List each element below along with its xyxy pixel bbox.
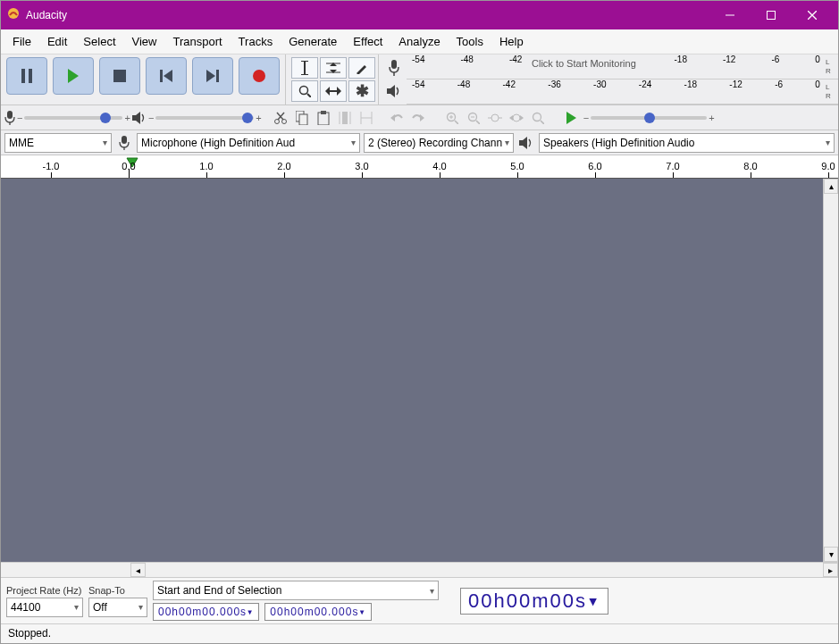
play-button[interactable] bbox=[53, 57, 94, 95]
svg-rect-38 bbox=[318, 113, 329, 125]
menu-tools[interactable]: Tools bbox=[449, 31, 491, 52]
menu-help[interactable]: Help bbox=[491, 31, 532, 52]
recording-meter[interactable]: -54 -48 -42 - - - -18 -12 -6 0 Click to … bbox=[407, 54, 838, 79]
zoom-in-button[interactable] bbox=[442, 108, 462, 128]
recording-channels-combo[interactable]: 2 (Stereo) Recording Chann▾ bbox=[364, 133, 514, 153]
audio-position-timecode[interactable]: 00h00m00s▾ bbox=[460, 588, 608, 615]
fit-project-button[interactable] bbox=[507, 108, 526, 128]
svg-rect-5 bbox=[21, 69, 25, 83]
snap-to-combo[interactable]: Off▾ bbox=[88, 598, 147, 617]
app-logo-icon bbox=[6, 6, 26, 24]
svg-rect-40 bbox=[342, 112, 348, 124]
silence-button[interactable] bbox=[357, 108, 376, 128]
svg-marker-46 bbox=[390, 114, 395, 121]
menu-generate[interactable]: Generate bbox=[281, 31, 345, 52]
zoom-out-button[interactable] bbox=[464, 108, 483, 128]
svg-marker-7 bbox=[68, 69, 79, 83]
maximize-button[interactable] bbox=[751, 1, 792, 29]
chevron-down-icon: ▾ bbox=[74, 602, 79, 612]
selection-tool[interactable] bbox=[291, 57, 318, 79]
menu-transport[interactable]: Transport bbox=[164, 31, 230, 52]
menu-file[interactable]: File bbox=[4, 31, 39, 52]
chevron-down-icon: ▾ bbox=[351, 138, 356, 147]
zoom-tool[interactable] bbox=[291, 80, 318, 102]
stop-button[interactable] bbox=[99, 57, 140, 95]
playback-volume-slider[interactable] bbox=[155, 116, 254, 120]
svg-marker-60 bbox=[520, 115, 524, 121]
chevron-down-icon: ▾ bbox=[138, 602, 143, 612]
recording-device-combo[interactable]: Microphone (High Definition Aud▾ bbox=[137, 133, 360, 153]
menu-tracks[interactable]: Tracks bbox=[231, 31, 281, 52]
playback-meter[interactable]: -54 -48 -42 -36 -30 -24 -18 -12 -6 0 LR bbox=[407, 79, 838, 105]
menu-select[interactable]: Select bbox=[75, 31, 123, 52]
scroll-right-icon[interactable]: ▸ bbox=[823, 563, 838, 577]
transport-toolbar bbox=[1, 54, 285, 105]
play-at-speed-button[interactable] bbox=[562, 108, 582, 128]
meter-lr-label: LR bbox=[826, 58, 838, 76]
minimize-button[interactable] bbox=[709, 1, 751, 29]
play-meter-speaker-icon[interactable] bbox=[383, 80, 405, 102]
undo-button[interactable] bbox=[387, 108, 407, 128]
scroll-up-icon[interactable]: ▴ bbox=[824, 179, 838, 194]
trim-button[interactable] bbox=[335, 108, 355, 128]
selection-toolbar: Project Rate (Hz) 44100▾ Snap-To Off▾ St… bbox=[1, 577, 838, 623]
record-button[interactable] bbox=[239, 57, 280, 95]
mic-icon bbox=[115, 136, 133, 150]
selection-start-timecode[interactable]: 00h00m00.000s▾ bbox=[153, 603, 259, 621]
svg-rect-36 bbox=[296, 111, 304, 121]
redo-button[interactable] bbox=[408, 108, 428, 128]
svg-marker-63 bbox=[566, 112, 576, 124]
svg-rect-8 bbox=[113, 70, 126, 82]
scroll-down-icon[interactable]: ▾ bbox=[824, 547, 838, 562]
title-bar: Audacity bbox=[1, 1, 838, 29]
monitor-message[interactable]: Click to Start Monitoring bbox=[532, 58, 636, 69]
playback-speed-slider[interactable] bbox=[591, 116, 707, 120]
zoom-toggle-button[interactable] bbox=[528, 108, 548, 128]
draw-tool[interactable] bbox=[348, 57, 375, 79]
svg-line-54 bbox=[476, 121, 480, 124]
skip-end-button[interactable] bbox=[192, 57, 233, 95]
selection-mode-combo[interactable]: Start and End of Selection▾ bbox=[153, 581, 439, 600]
chevron-down-icon: ▾ bbox=[103, 138, 107, 147]
paste-button[interactable] bbox=[314, 108, 333, 128]
menu-edit[interactable]: Edit bbox=[39, 31, 75, 52]
menu-bar: File Edit Select View Transport Tracks G… bbox=[1, 29, 838, 54]
svg-marker-11 bbox=[206, 70, 215, 82]
meter-lr-label: LR bbox=[826, 83, 838, 101]
multi-tool[interactable]: ✱ bbox=[348, 80, 375, 102]
timeshift-tool[interactable] bbox=[320, 80, 347, 102]
selection-end-timecode[interactable]: 00h00m00.000s▾ bbox=[264, 603, 371, 621]
menu-effect[interactable]: Effect bbox=[345, 31, 390, 52]
svg-rect-29 bbox=[7, 111, 13, 119]
svg-marker-59 bbox=[509, 115, 513, 121]
cut-button[interactable] bbox=[271, 108, 290, 128]
svg-rect-12 bbox=[216, 70, 219, 82]
pause-button[interactable] bbox=[6, 57, 47, 95]
scroll-left-icon[interactable]: ◂ bbox=[130, 563, 146, 577]
audio-host-combo[interactable]: MME▾ bbox=[4, 133, 112, 153]
horizontal-scrollbar[interactable]: ◂ ▸ bbox=[1, 562, 838, 577]
svg-rect-6 bbox=[29, 69, 32, 83]
close-button[interactable] bbox=[792, 1, 833, 29]
chevron-down-icon: ▾ bbox=[430, 586, 434, 596]
fit-selection-button[interactable] bbox=[485, 108, 505, 128]
svg-point-55 bbox=[491, 114, 499, 121]
copy-button[interactable] bbox=[292, 108, 312, 128]
playback-device-combo[interactable]: Speakers (High Definition Audio▾ bbox=[539, 133, 835, 153]
envelope-tool[interactable] bbox=[320, 57, 347, 79]
status-bar: Stopped. bbox=[1, 623, 838, 643]
rec-meter-mic-icon[interactable] bbox=[383, 57, 405, 79]
vertical-scrollbar[interactable]: ▴ ▾ bbox=[823, 179, 838, 562]
recording-volume-slider[interactable] bbox=[24, 116, 122, 120]
skip-start-button[interactable] bbox=[146, 57, 187, 95]
speaker-icon bbox=[132, 112, 147, 124]
track-area[interactable]: ▴ ▾ bbox=[1, 179, 838, 562]
timeline-ruler[interactable]: -1.0 0.0 1.0 2.0 3.0 4.0 5.0 6.0 7.0 8.0… bbox=[1, 155, 838, 179]
svg-line-51 bbox=[455, 121, 458, 124]
svg-point-33 bbox=[281, 119, 286, 123]
mic-icon bbox=[4, 111, 15, 125]
svg-line-35 bbox=[277, 113, 283, 120]
menu-analyze[interactable]: Analyze bbox=[390, 31, 448, 52]
project-rate-combo[interactable]: 44100▾ bbox=[6, 598, 83, 617]
menu-view[interactable]: View bbox=[124, 31, 165, 52]
